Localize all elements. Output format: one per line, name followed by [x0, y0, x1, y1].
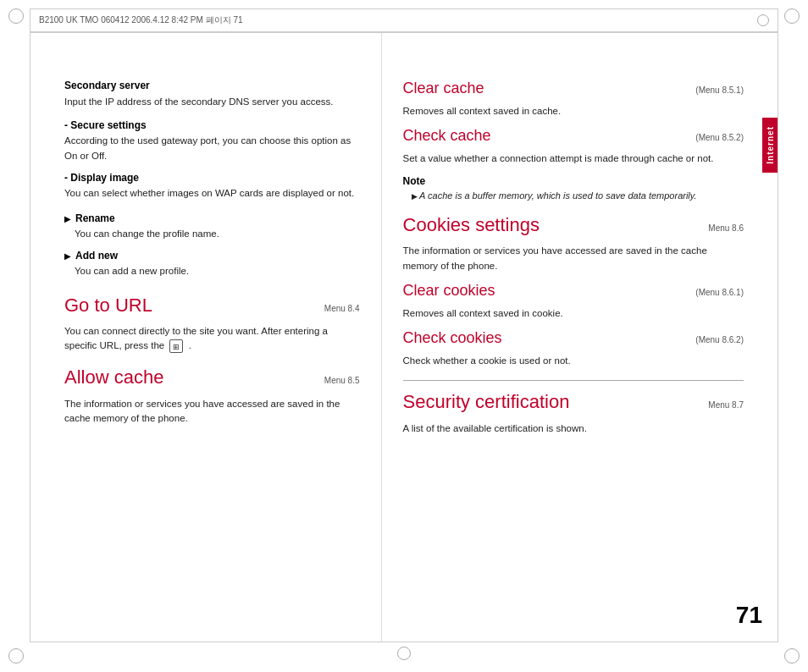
secondary-server-body: Input the IP address of the secondary DN…	[64, 95, 360, 109]
clear-cache-heading: Clear cache	[403, 80, 484, 97]
check-cookies-heading-row: Check cookies (Menu 8.6.2)	[403, 329, 744, 350]
clear-cache-menu-ref: (Menu 8.5.1)	[695, 85, 744, 95]
security-cert-body: A list of the available certification is…	[403, 421, 744, 436]
security-certification-section: Security certification Menu 8.7 A list o…	[403, 391, 744, 436]
clear-cookies-heading-row: Clear cookies (Menu 8.6.1)	[403, 282, 744, 302]
check-cookies-body: Check whether a cookie is used or not.	[403, 354, 744, 368]
allow-cache-section: Allow cache Menu 8.5 The information or …	[64, 366, 360, 426]
add-new-arrow-row: ▶ Add new	[64, 250, 360, 262]
secure-settings-section: - Secure settings According to the used …	[64, 119, 360, 163]
cookies-settings-heading: Cookies settings	[403, 214, 540, 236]
check-cache-heading-row: Check cache (Menu 8.5.2)	[403, 127, 744, 147]
main-area: Secondary server Input the IP address of…	[30, 32, 778, 642]
clear-cookies-body: Removes all context saved in cookie.	[403, 306, 744, 321]
add-new-arrow-icon: ▶	[64, 251, 71, 261]
rename-arrow-icon: ▶	[64, 214, 71, 223]
allow-cache-menu-ref: Menu 8.5	[324, 376, 360, 385]
go-to-url-heading: Go to URL	[64, 295, 152, 317]
clear-cache-body: Removes all context saved in cache.	[403, 104, 744, 118]
cookies-settings-section: Cookies settings Menu 8.6 The informatio…	[403, 214, 744, 273]
note-body: A cache is a buffer memory, which is use…	[403, 190, 744, 202]
clear-cache-section: Clear cache (Menu 8.5.1) Removes all con…	[403, 80, 744, 118]
add-new-label: Add new	[75, 250, 118, 262]
display-image-section: - Display image You can select whether i…	[64, 172, 360, 201]
note-label: Note	[403, 175, 744, 187]
cookies-settings-body: The information or services you have acc…	[403, 244, 744, 273]
corner-circle-tl	[8, 8, 24, 24]
clear-cache-heading-row: Clear cache (Menu 8.5.1)	[403, 80, 744, 100]
note-section: Note A cache is a buffer memory, which i…	[403, 175, 744, 202]
corner-circle-tr	[784, 8, 800, 24]
cookies-settings-heading-row: Cookies settings Menu 8.6	[403, 214, 744, 240]
add-new-section: ▶ Add new You can add a new profile.	[64, 250, 360, 278]
check-cache-heading: Check cache	[403, 127, 491, 145]
separator	[403, 380, 744, 381]
check-cache-menu-ref: (Menu 8.5.2)	[695, 133, 744, 142]
rename-body: You can change the profile name.	[64, 227, 360, 241]
check-cookies-section: Check cookies (Menu 8.6.2) Check whether…	[403, 329, 744, 368]
go-to-url-body: You can connect directly to the site you…	[64, 324, 360, 354]
rename-arrow-row: ▶ Rename	[64, 212, 360, 224]
clear-cookies-menu-ref: (Menu 8.6.1)	[695, 288, 744, 297]
go-to-url-heading-row: Go to URL Menu 8.4	[64, 295, 360, 320]
secondary-server-section: Secondary server Input the IP address of…	[64, 80, 360, 109]
rename-label: Rename	[75, 212, 115, 224]
go-to-url-menu-ref: Menu 8.4	[324, 304, 360, 313]
bottom-circle	[397, 647, 411, 660]
secondary-server-title: Secondary server	[64, 80, 360, 91]
display-image-body: You can select whether images on WAP car…	[64, 186, 360, 201]
rename-section: ▶ Rename You can change the profile name…	[64, 212, 360, 241]
clear-cookies-section: Clear cookies (Menu 8.6.1) Removes all c…	[403, 282, 744, 321]
check-cookies-heading: Check cookies	[403, 329, 502, 347]
security-cert-heading: Security certification	[403, 391, 570, 413]
go-to-url-section: Go to URL Menu 8.4 You can connect direc…	[64, 295, 360, 354]
page-number: 71	[736, 602, 762, 629]
clear-cookies-heading: Clear cookies	[403, 282, 495, 300]
add-new-body: You can add a new profile.	[64, 264, 360, 278]
security-cert-menu-ref: Menu 8.7	[708, 400, 744, 410]
allow-cache-heading: Allow cache	[64, 366, 163, 388]
check-cache-body: Set a value whether a connection attempt…	[403, 151, 744, 166]
left-column: Secondary server Input the IP address of…	[30, 33, 382, 642]
cookies-settings-menu-ref: Menu 8.6	[708, 223, 744, 233]
check-cookies-menu-ref: (Menu 8.6.2)	[695, 335, 744, 344]
allow-cache-heading-row: Allow cache Menu 8.5	[64, 366, 360, 392]
display-image-label: - Display image	[64, 172, 360, 184]
internet-tab: Internet	[762, 118, 778, 173]
right-column: Internet Clear cache (Menu 8.5.1) Remove…	[382, 33, 778, 642]
url-icon: ⊞	[169, 339, 183, 353]
internet-tab-label: Internet	[766, 126, 775, 164]
security-cert-heading-row: Security certification Menu 8.7	[403, 391, 744, 416]
secure-settings-body: According to the used gateway port, you …	[64, 134, 360, 163]
header-circle	[757, 14, 769, 26]
header-text: B2100 UK TMO 060412 2006.4.12 8:42 PM 페이…	[39, 14, 243, 26]
header-bar: B2100 UK TMO 060412 2006.4.12 8:42 PM 페이…	[30, 8, 778, 32]
check-cache-section: Check cache (Menu 8.5.2) Set a value whe…	[403, 127, 744, 166]
allow-cache-body: The information or services you have acc…	[64, 397, 360, 427]
secure-settings-label: - Secure settings	[64, 119, 360, 131]
corner-circle-br	[784, 648, 800, 664]
corner-circle-bl	[8, 648, 24, 664]
